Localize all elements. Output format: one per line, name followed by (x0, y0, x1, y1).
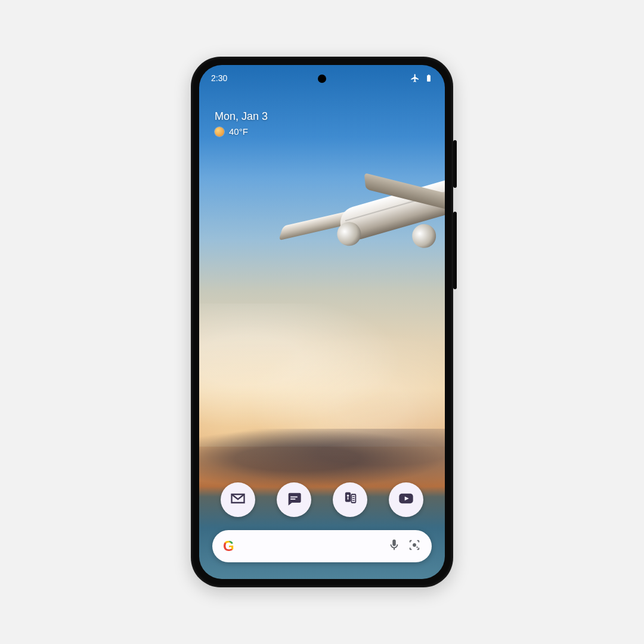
youtube-app[interactable] (389, 482, 423, 517)
svg-point-11 (416, 546, 417, 547)
wallpaper-clouds (199, 304, 445, 447)
battery-full-icon (425, 73, 433, 83)
status-icons (410, 73, 433, 83)
recorder-icon (342, 490, 358, 509)
svg-point-10 (413, 543, 416, 547)
dock (199, 482, 445, 517)
wallpaper-dark-clouds (199, 429, 445, 488)
gmail-icon (230, 490, 246, 509)
wallpaper-airplane (255, 151, 445, 313)
temperature-label: 40°F (229, 126, 248, 137)
youtube-icon (398, 490, 414, 509)
messages-app[interactable] (277, 482, 311, 517)
messages-icon (286, 490, 302, 509)
svg-point-7 (347, 495, 349, 497)
phone-frame: 2:30 Mon, Jan 3 40°F (191, 57, 453, 587)
lens-icon[interactable] (408, 538, 421, 554)
power-button[interactable] (453, 140, 457, 188)
search-bar[interactable]: G (212, 530, 432, 562)
home-screen[interactable]: 2:30 Mon, Jan 3 40°F (199, 65, 445, 579)
svg-rect-8 (348, 497, 349, 500)
svg-rect-2 (345, 493, 351, 502)
svg-rect-0 (290, 497, 298, 498)
camera-punch-hole (318, 75, 326, 83)
google-logo: G (223, 538, 234, 555)
status-time: 2:30 (211, 73, 227, 83)
volume-rocker[interactable] (453, 212, 457, 289)
sunny-icon (215, 127, 224, 137)
mic-icon[interactable] (388, 538, 401, 554)
date-label: Mon, Jan 3 (215, 110, 268, 123)
at-a-glance-widget[interactable]: Mon, Jan 3 40°F (215, 110, 268, 137)
gmail-app[interactable] (221, 482, 255, 517)
airplane-mode-icon (410, 73, 420, 83)
svg-rect-1 (290, 499, 295, 500)
recorder-app[interactable] (333, 482, 367, 517)
weather-row: 40°F (215, 126, 268, 137)
